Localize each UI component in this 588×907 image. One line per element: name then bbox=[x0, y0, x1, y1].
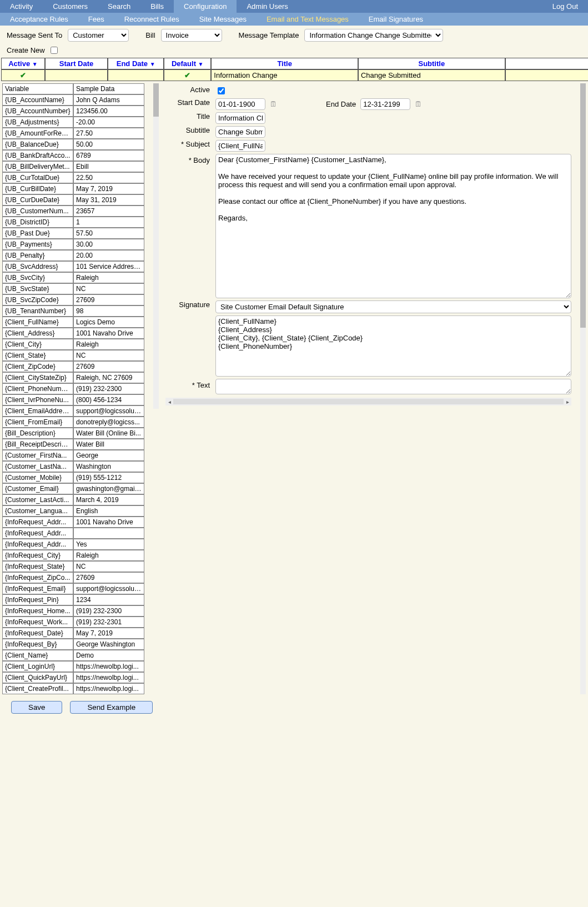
nav-configuration[interactable]: Configuration bbox=[174, 0, 237, 13]
variable-row[interactable]: {Customer_LastActi...March 4, 2019 bbox=[2, 494, 144, 505]
variable-row[interactable]: {UB_Adjustments}-20.00 bbox=[2, 117, 144, 128]
variable-row[interactable]: {InfoRequest_Work...(919) 232-2301 bbox=[2, 617, 144, 628]
variable-row[interactable]: {UB_AccountName}John Q Adams bbox=[2, 94, 144, 106]
variable-row[interactable]: {Customer_FirstNa...George bbox=[2, 450, 144, 461]
bill-select[interactable]: Invoice bbox=[161, 29, 222, 42]
variable-row[interactable]: {Client_ZipCode}27609 bbox=[2, 361, 144, 372]
variable-row[interactable]: {UB_CustomerNum...23657 bbox=[2, 206, 144, 217]
start-date-input[interactable] bbox=[215, 98, 265, 110]
variable-row[interactable]: {Client_Name}Demo bbox=[2, 650, 144, 661]
variable-row[interactable]: {InfoRequest_Pin}1234 bbox=[2, 594, 144, 605]
col-title[interactable]: Title bbox=[211, 58, 358, 69]
variable-name: {Client_PhoneNumb... bbox=[2, 383, 73, 394]
variable-sample: 57.50 bbox=[73, 228, 144, 239]
subnav-email-signatures[interactable]: Email Signatures bbox=[359, 13, 433, 26]
subnav-acceptance-rules[interactable]: Acceptance Rules bbox=[0, 13, 78, 26]
variable-row[interactable]: {InfoRequest_Email}support@logicssolut..… bbox=[2, 583, 144, 594]
nav-logout[interactable]: Log Out bbox=[542, 0, 588, 13]
subject-input[interactable] bbox=[215, 140, 265, 152]
variable-row[interactable]: {InfoRequest_City}Raleigh bbox=[2, 550, 144, 561]
variable-sample: https://newolbp.logi... bbox=[73, 683, 144, 694]
variable-row[interactable]: {Client_FromEmail}donotreply@logicss... bbox=[2, 417, 144, 428]
variable-row[interactable]: {Client_CityStateZip}Raleigh, NC 27609 bbox=[2, 372, 144, 383]
grid-row[interactable]: ✔ ✔ Information Change Change Submitted bbox=[1, 69, 588, 81]
variable-row[interactable]: {Client_EmailAddres...support@logicssolu… bbox=[2, 405, 144, 417]
variable-row[interactable]: {UB_TenantNumber}98 bbox=[2, 305, 144, 317]
variable-row[interactable]: {UB_Past Due}57.50 bbox=[2, 228, 144, 239]
variable-row[interactable]: {Client_State}NC bbox=[2, 350, 144, 361]
message-template-select[interactable]: Information Change Change Submitted bbox=[304, 29, 443, 42]
variable-row[interactable]: {Client_LoginUrl}https://newolbp.logi... bbox=[2, 661, 144, 672]
variable-row[interactable]: {Bill_ReceiptDescrip...Water Bill bbox=[2, 439, 144, 450]
nav-search[interactable]: Search bbox=[98, 0, 140, 13]
signature-select[interactable]: Site Customer Email Default Signature bbox=[215, 300, 571, 313]
variable-row[interactable]: {UB_AccountNumber}123456.00 bbox=[2, 106, 144, 117]
active-checkbox[interactable] bbox=[218, 87, 225, 94]
subtitle-input[interactable] bbox=[215, 126, 265, 138]
variable-row[interactable]: {InfoRequest_Addr...1001 Navaho Drive bbox=[2, 517, 144, 528]
save-button[interactable]: Save bbox=[11, 701, 62, 714]
variable-row[interactable]: {Customer_Mobile}(919) 555-1212 bbox=[2, 472, 144, 483]
message-sent-to-select[interactable]: Customer bbox=[68, 29, 129, 42]
end-date-input[interactable] bbox=[360, 98, 410, 110]
variable-row[interactable]: {UB_CurBillDate}May 7, 2019 bbox=[2, 183, 144, 194]
variable-row[interactable]: {UB_SvcState}NC bbox=[2, 283, 144, 294]
subnav-email-text-messages[interactable]: Email and Text Messages bbox=[257, 13, 359, 26]
right-vscroll[interactable] bbox=[580, 83, 586, 694]
variable-row[interactable]: {InfoRequest_Addr...Yes bbox=[2, 539, 144, 550]
variable-row[interactable]: {UB_SvcCity}Raleigh bbox=[2, 272, 144, 283]
variable-row[interactable]: {InfoRequest_By}George Washington bbox=[2, 639, 144, 650]
variable-name: {UB_CurBillDate} bbox=[2, 183, 73, 194]
create-new-checkbox[interactable] bbox=[51, 47, 58, 54]
variable-row[interactable]: {Client_Address}1001 Navaho Drive bbox=[2, 328, 144, 339]
title-input[interactable] bbox=[215, 112, 265, 124]
col-end-date[interactable]: End Date ▼ bbox=[108, 58, 164, 69]
variable-row[interactable]: {UB_Penalty}20.00 bbox=[2, 250, 144, 261]
variable-row[interactable]: {UB_Payments}30.00 bbox=[2, 239, 144, 250]
signature-textarea[interactable] bbox=[215, 315, 571, 377]
variable-row[interactable]: {UB_BillDeliveryMet...Ebill bbox=[2, 161, 144, 172]
variable-row[interactable]: {InfoRequest_Home...(919) 232-2300 bbox=[2, 605, 144, 617]
calendar-icon[interactable]: 🗓 bbox=[270, 100, 277, 108]
variable-row[interactable]: {UB_BalanceDue}50.00 bbox=[2, 139, 144, 150]
variable-row[interactable]: {UB_DistrictID}1 bbox=[2, 217, 144, 228]
variable-row[interactable]: {Client_QuickPayUrl}https://newolbp.logi… bbox=[2, 672, 144, 683]
nav-bills[interactable]: Bills bbox=[140, 0, 174, 13]
subnav-site-messages[interactable]: Site Messages bbox=[189, 13, 257, 26]
text-textarea[interactable] bbox=[215, 379, 571, 394]
send-example-button[interactable]: Send Example bbox=[70, 701, 153, 714]
variable-row[interactable]: {Customer_Email}gwashington@gmail... bbox=[2, 483, 144, 494]
variable-row[interactable]: {Bill_Description}Water Bill (Online Bi.… bbox=[2, 428, 144, 439]
variable-row[interactable]: {Client_PhoneNumb...(919) 232-2300 bbox=[2, 383, 144, 394]
col-default[interactable]: Default ▼ bbox=[164, 58, 211, 69]
variable-row[interactable]: {UB_CurTotalDue}22.50 bbox=[2, 172, 144, 183]
variable-row[interactable]: {UB_SvcZipCode}27609 bbox=[2, 294, 144, 305]
variable-row[interactable]: {Client_City}Raleigh bbox=[2, 339, 144, 350]
subnav-fees[interactable]: Fees bbox=[78, 13, 114, 26]
body-textarea[interactable] bbox=[215, 154, 571, 298]
variable-row[interactable]: {Client_CreateProfil...https://newolbp.l… bbox=[2, 683, 144, 694]
variable-row[interactable]: {UB_AmountForRec...27.50 bbox=[2, 128, 144, 139]
editor-hscroll[interactable]: ◂▸ bbox=[165, 398, 571, 405]
variable-row[interactable]: {InfoRequest_ZipCo...27609 bbox=[2, 572, 144, 583]
variable-row[interactable]: {UB_BankDraftAcco...6789 bbox=[2, 150, 144, 161]
nav-activity[interactable]: Activity bbox=[0, 0, 43, 13]
nav-admin-users[interactable]: Admin Users bbox=[237, 0, 298, 13]
col-start-date[interactable]: Start Date bbox=[45, 58, 108, 69]
col-subtitle[interactable]: Subtitle bbox=[358, 58, 505, 69]
calendar-icon[interactable]: 🗓 bbox=[415, 100, 422, 108]
variable-row[interactable]: {UB_CurDueDate}May 31, 2019 bbox=[2, 194, 144, 206]
nav-customers[interactable]: Customers bbox=[43, 0, 98, 13]
variable-row[interactable]: {Customer_Langua...English bbox=[2, 505, 144, 517]
variable-row[interactable]: {InfoRequest_Date}May 7, 2019 bbox=[2, 628, 144, 639]
col-active[interactable]: Active ▼ bbox=[1, 58, 45, 69]
variable-row[interactable]: {InfoRequest_Addr... bbox=[2, 528, 144, 539]
variable-sample: (919) 232-2300 bbox=[73, 605, 144, 617]
variable-row[interactable]: {InfoRequest_State}NC bbox=[2, 561, 144, 572]
subnav-reconnect-rules[interactable]: Reconnect Rules bbox=[114, 13, 189, 26]
editor-vscroll[interactable] bbox=[153, 83, 159, 409]
variable-row[interactable]: {Client_IvrPhoneNu...(800) 456-1234 bbox=[2, 394, 144, 405]
variable-row[interactable]: {UB_SvcAddress}101 Service Address... bbox=[2, 261, 144, 272]
variable-row[interactable]: {Customer_LastNa...Washington bbox=[2, 461, 144, 472]
variable-row[interactable]: {Client_FullName}Logics Demo bbox=[2, 317, 144, 328]
